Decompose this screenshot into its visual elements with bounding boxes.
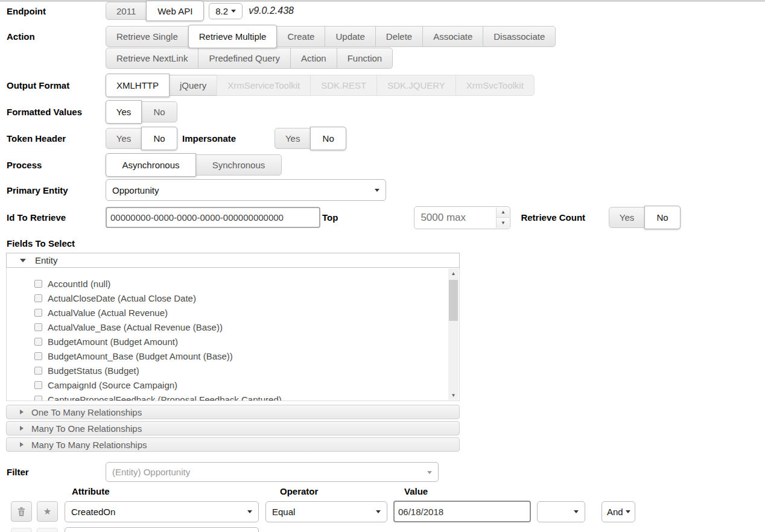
- action-row-2: Retrieve NextLink Predefined Query Actio…: [7, 48, 393, 69]
- spin-up-icon[interactable]: ▲: [497, 207, 509, 218]
- endpoint-label: Endpoint: [7, 6, 106, 16]
- scroll-up-icon[interactable]: ▲: [448, 268, 459, 278]
- list-item[interactable]: AccountId (null): [7, 276, 459, 291]
- action-associate-button[interactable]: Associate: [422, 26, 483, 47]
- endpoint-webapi-button[interactable]: Web API: [146, 1, 204, 21]
- checkbox-icon[interactable]: [34, 352, 42, 360]
- list-item[interactable]: BudgetAmount_Base (Budget Amount (Base)): [7, 349, 459, 363]
- process-synchronous-button[interactable]: Synchronous: [195, 154, 282, 176]
- primary-entity-label: Primary Entity: [7, 185, 106, 195]
- retrieve-count-toggle: Yes No: [609, 206, 681, 229]
- output-xrmsvctoolkit-button: XrmSvcToolkit: [456, 75, 535, 96]
- process-toggle: Asynchronous Synchronous: [106, 153, 282, 177]
- many-to-one-relationships-header[interactable]: Many To One Relationships: [6, 421, 460, 435]
- list-item[interactable]: ActualCloseDate (Actual Close Date): [7, 291, 459, 305]
- action-label: Action: [7, 31, 106, 42]
- star-icon: ★: [43, 506, 51, 517]
- chevron-down-icon: [376, 510, 381, 513]
- formatted-values-label: Formatted Values: [7, 107, 106, 117]
- action-retrieve-multiple-button[interactable]: Retrieve Multiple: [188, 25, 278, 48]
- checkbox-icon[interactable]: [34, 309, 42, 317]
- action-action-button[interactable]: Action: [290, 48, 337, 69]
- scrollbar[interactable]: ▲ ▼: [448, 268, 459, 400]
- endpoint-2011-button[interactable]: 2011: [106, 2, 147, 20]
- checkbox-icon[interactable]: [34, 338, 42, 346]
- top-spinner: ▲ ▼: [414, 206, 510, 229]
- logic-select[interactable]: And: [602, 501, 635, 522]
- retrieve-count-no-button[interactable]: No: [644, 206, 681, 229]
- spin-down-icon[interactable]: ▼: [497, 218, 509, 228]
- favorite-condition-button[interactable]: [37, 528, 58, 532]
- checkbox-icon[interactable]: [34, 396, 42, 402]
- checkbox-icon[interactable]: [34, 381, 42, 389]
- list-item[interactable]: ActualValue (Actual Revenue): [7, 305, 459, 320]
- endpoint-version-select[interactable]: 8.2: [209, 3, 243, 19]
- checkbox-icon[interactable]: [34, 367, 42, 375]
- retrieve-count-yes-button[interactable]: Yes: [609, 207, 645, 228]
- list-item[interactable]: CampaignId (Source Campaign): [7, 378, 459, 392]
- output-xmlhttp-button[interactable]: XMLHTTP: [106, 74, 170, 97]
- id-to-retrieve-label: Id To Retrieve: [7, 212, 106, 223]
- delete-condition-button[interactable]: [11, 501, 32, 522]
- entity-accordion-header[interactable]: Entity: [6, 253, 460, 268]
- action-create-button[interactable]: Create: [276, 26, 325, 47]
- token-header-yes-button[interactable]: Yes: [106, 128, 142, 149]
- entity-section-label: Entity: [35, 255, 58, 265]
- spinner-buttons: ▲ ▼: [496, 207, 509, 228]
- token-header-no-button[interactable]: No: [141, 127, 177, 150]
- attribute-select[interactable]: CreatedOn: [65, 501, 259, 522]
- action-update-button[interactable]: Update: [325, 26, 375, 47]
- section-label: One To Many Relationships: [31, 407, 142, 417]
- attribute-value: CreatedOn: [71, 507, 115, 517]
- list-item[interactable]: BudgetStatus (Budget): [7, 363, 459, 378]
- one-to-many-relationships-header[interactable]: One To Many Relationships: [6, 405, 460, 419]
- action-disassociate-button[interactable]: Disassociate: [483, 26, 556, 47]
- process-row: Process Asynchronous Synchronous: [7, 153, 282, 177]
- checkbox-icon[interactable]: [34, 280, 42, 288]
- endpoint-version-value: 8.2: [215, 6, 228, 16]
- section-label: Many To Many Relationships: [31, 440, 147, 450]
- formatted-values-no-button[interactable]: No: [141, 101, 177, 122]
- impersonate-no-button[interactable]: No: [310, 127, 346, 150]
- attribute-select[interactable]: [65, 527, 259, 532]
- scroll-down-icon[interactable]: ▼: [448, 390, 459, 400]
- list-item[interactable]: BudgetAmount (Budget Amount): [7, 334, 459, 349]
- action-function-button[interactable]: Function: [337, 48, 393, 69]
- filter-row: Filter (Entity) Opportunity: [7, 462, 439, 482]
- output-sdkrest-button: SDK.REST: [310, 75, 377, 96]
- favorite-condition-button[interactable]: ★: [37, 501, 58, 522]
- chevron-down-icon: [574, 510, 579, 513]
- delete-condition-button[interactable]: [11, 528, 32, 532]
- output-jquery-button[interactable]: jQuery: [169, 75, 217, 96]
- filter-condition-row-partial: [11, 527, 259, 532]
- checkbox-icon[interactable]: [34, 294, 42, 302]
- process-asynchronous-button[interactable]: Asynchronous: [106, 153, 196, 177]
- action-buttons-row1: Retrieve Single Retrieve Multiple Create…: [106, 25, 556, 48]
- retrieve-count-label: Retrieve Count: [521, 212, 585, 223]
- operator-select[interactable]: Equal: [265, 501, 387, 522]
- crm-rest-builder-screen: Endpoint 2011 Web API 8.2 v9.0.2.438 Act…: [0, 0, 765, 532]
- action-predefined-query-button[interactable]: Predefined Query: [198, 48, 291, 69]
- action-delete-button[interactable]: Delete: [375, 26, 423, 47]
- field-items: AccountId (null) ActualCloseDate (Actual…: [7, 268, 459, 401]
- action-retrieve-single-button[interactable]: Retrieve Single: [106, 26, 189, 47]
- value-input[interactable]: [393, 501, 531, 522]
- primary-entity-select[interactable]: Opportunity: [106, 179, 386, 201]
- top-input[interactable]: [414, 207, 484, 229]
- checkbox-icon[interactable]: [34, 323, 42, 331]
- list-item[interactable]: CaptureProposalFeedback (Proposal Feedba…: [7, 392, 459, 401]
- action-retrieve-nextlink-button[interactable]: Retrieve NextLink: [106, 48, 198, 69]
- id-to-retrieve-input[interactable]: [106, 207, 320, 228]
- impersonate-yes-button[interactable]: Yes: [275, 128, 311, 149]
- filter-entity-select[interactable]: (Entity) Opportunity: [106, 462, 439, 482]
- output-format-row: Output Format XMLHTTP jQuery XrmServiceT…: [7, 74, 535, 97]
- many-to-many-relationships-header[interactable]: Many To Many Relationships: [6, 437, 460, 452]
- value2-select[interactable]: [537, 501, 585, 522]
- version-text: v9.0.2.438: [249, 5, 294, 16]
- formatted-values-yes-button[interactable]: Yes: [106, 100, 142, 124]
- filter-entity-value: (Entity) Opportunity: [112, 467, 190, 477]
- scrollbar-thumb[interactable]: [449, 280, 458, 321]
- list-item[interactable]: ActualValue_Base (Actual Revenue (Base)): [7, 320, 459, 334]
- formatted-values-row: Formatted Values Yes No: [7, 100, 177, 124]
- triangle-right-icon: [20, 442, 24, 447]
